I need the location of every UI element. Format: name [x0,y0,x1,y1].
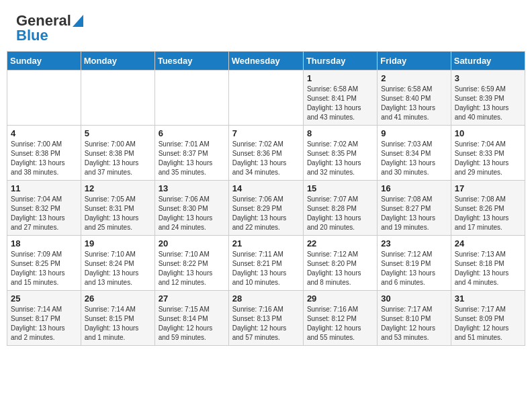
day-number: 23 [381,238,447,248]
weekday-header-friday: Friday [378,52,451,71]
calendar-cell: 14Sunrise: 7:06 AM Sunset: 8:29 PM Dayli… [228,181,303,236]
calendar-cell [7,71,81,126]
day-info: Sunrise: 7:00 AM Sunset: 8:38 PM Dayligh… [85,140,151,177]
calendar-cell: 5Sunrise: 7:00 AM Sunset: 8:38 PM Daylig… [81,126,154,181]
day-number: 9 [381,128,447,138]
calendar-cell: 24Sunrise: 7:13 AM Sunset: 8:18 PM Dayli… [451,236,525,291]
day-info: Sunrise: 7:12 AM Sunset: 8:19 PM Dayligh… [381,250,447,287]
day-info: Sunrise: 6:58 AM Sunset: 8:40 PM Dayligh… [381,85,447,122]
calendar-week-row: 11Sunrise: 7:04 AM Sunset: 8:32 PM Dayli… [7,181,525,236]
day-info: Sunrise: 7:15 AM Sunset: 8:14 PM Dayligh… [159,305,225,342]
day-number: 1 [307,73,373,83]
day-number: 28 [232,293,300,304]
day-info: Sunrise: 7:06 AM Sunset: 8:29 PM Dayligh… [232,195,300,232]
day-number: 5 [85,128,151,138]
weekday-header-row: SundayMondayTuesdayWednesdayThursdayFrid… [7,52,525,71]
day-number: 12 [85,183,151,193]
calendar-week-row: 25Sunrise: 7:14 AM Sunset: 8:17 PM Dayli… [7,291,525,346]
calendar-cell: 31Sunrise: 7:17 AM Sunset: 8:09 PM Dayli… [451,291,525,346]
calendar-cell: 26Sunrise: 7:14 AM Sunset: 8:15 PM Dayli… [81,291,154,346]
calendar-cell: 27Sunrise: 7:15 AM Sunset: 8:14 PM Dayli… [154,291,228,346]
day-number: 30 [381,293,447,304]
day-number: 22 [307,238,373,248]
calendar-week-row: 1Sunrise: 6:58 AM Sunset: 8:41 PM Daylig… [7,71,525,126]
calendar-cell: 17Sunrise: 7:08 AM Sunset: 8:26 PM Dayli… [451,181,525,236]
day-number: 6 [159,128,225,138]
day-info: Sunrise: 7:14 AM Sunset: 8:15 PM Dayligh… [85,305,151,342]
day-info: Sunrise: 7:17 AM Sunset: 8:10 PM Dayligh… [381,305,447,342]
day-info: Sunrise: 7:00 AM Sunset: 8:38 PM Dayligh… [11,140,77,177]
calendar-cell: 1Sunrise: 6:58 AM Sunset: 8:41 PM Daylig… [303,71,377,126]
weekday-header-sunday: Sunday [7,52,81,71]
day-number: 26 [85,293,151,304]
calendar-cell: 25Sunrise: 7:14 AM Sunset: 8:17 PM Dayli… [7,291,81,346]
weekday-header-thursday: Thursday [303,52,377,71]
page-header: General Blue [0,0,532,51]
logo: General Blue [16,12,83,44]
calendar-cell: 11Sunrise: 7:04 AM Sunset: 8:32 PM Dayli… [7,181,81,236]
calendar-cell: 22Sunrise: 7:12 AM Sunset: 8:20 PM Dayli… [303,236,377,291]
day-number: 15 [307,183,373,193]
day-info: Sunrise: 7:13 AM Sunset: 8:18 PM Dayligh… [455,250,521,287]
calendar-cell: 16Sunrise: 7:08 AM Sunset: 8:27 PM Dayli… [378,181,451,236]
day-number: 25 [11,293,77,304]
calendar-cell: 29Sunrise: 7:16 AM Sunset: 8:12 PM Dayli… [303,291,377,346]
day-info: Sunrise: 7:05 AM Sunset: 8:31 PM Dayligh… [85,195,151,232]
weekday-header-wednesday: Wednesday [228,52,303,71]
day-info: Sunrise: 7:06 AM Sunset: 8:30 PM Dayligh… [159,195,225,232]
weekday-header-saturday: Saturday [451,52,525,71]
day-number: 17 [455,183,521,193]
calendar-week-row: 4Sunrise: 7:00 AM Sunset: 8:38 PM Daylig… [7,126,525,181]
day-info: Sunrise: 7:04 AM Sunset: 8:33 PM Dayligh… [455,140,521,177]
day-number: 31 [455,293,521,304]
day-info: Sunrise: 7:08 AM Sunset: 8:27 PM Dayligh… [381,195,447,232]
calendar-week-row: 18Sunrise: 7:09 AM Sunset: 8:25 PM Dayli… [7,236,525,291]
logo-icon [73,15,83,27]
calendar-cell: 12Sunrise: 7:05 AM Sunset: 8:31 PM Dayli… [81,181,154,236]
day-info: Sunrise: 7:10 AM Sunset: 8:24 PM Dayligh… [85,250,151,287]
day-info: Sunrise: 7:02 AM Sunset: 8:36 PM Dayligh… [232,140,300,177]
day-info: Sunrise: 7:02 AM Sunset: 8:35 PM Dayligh… [307,140,373,177]
calendar-cell: 8Sunrise: 7:02 AM Sunset: 8:35 PM Daylig… [303,126,377,181]
day-number: 21 [232,238,300,248]
day-info: Sunrise: 7:08 AM Sunset: 8:26 PM Dayligh… [455,195,521,232]
day-info: Sunrise: 7:11 AM Sunset: 8:21 PM Dayligh… [232,250,300,287]
calendar-cell: 21Sunrise: 7:11 AM Sunset: 8:21 PM Dayli… [228,236,303,291]
calendar-cell: 10Sunrise: 7:04 AM Sunset: 8:33 PM Dayli… [451,126,525,181]
day-number: 29 [307,293,373,304]
calendar-cell: 7Sunrise: 7:02 AM Sunset: 8:36 PM Daylig… [228,126,303,181]
day-info: Sunrise: 7:17 AM Sunset: 8:09 PM Dayligh… [455,305,521,342]
day-info: Sunrise: 7:01 AM Sunset: 8:37 PM Dayligh… [159,140,225,177]
day-number: 3 [455,73,521,83]
calendar-cell [81,71,154,126]
day-number: 7 [232,128,300,138]
calendar-cell: 20Sunrise: 7:10 AM Sunset: 8:22 PM Dayli… [154,236,228,291]
day-info: Sunrise: 7:09 AM Sunset: 8:25 PM Dayligh… [11,250,77,287]
day-number: 2 [381,73,447,83]
day-info: Sunrise: 7:07 AM Sunset: 8:28 PM Dayligh… [307,195,373,232]
day-number: 10 [455,128,521,138]
day-number: 19 [85,238,151,248]
day-info: Sunrise: 7:14 AM Sunset: 8:17 PM Dayligh… [11,305,77,342]
calendar-cell: 2Sunrise: 6:58 AM Sunset: 8:40 PM Daylig… [378,71,451,126]
calendar-cell: 30Sunrise: 7:17 AM Sunset: 8:10 PM Dayli… [378,291,451,346]
day-number: 16 [381,183,447,193]
day-number: 11 [11,183,77,193]
calendar-cell: 23Sunrise: 7:12 AM Sunset: 8:19 PM Dayli… [378,236,451,291]
day-info: Sunrise: 6:59 AM Sunset: 8:39 PM Dayligh… [455,85,521,122]
day-number: 8 [307,128,373,138]
day-info: Sunrise: 7:03 AM Sunset: 8:34 PM Dayligh… [381,140,447,177]
calendar-cell: 18Sunrise: 7:09 AM Sunset: 8:25 PM Dayli… [7,236,81,291]
calendar-cell: 28Sunrise: 7:16 AM Sunset: 8:13 PM Dayli… [228,291,303,346]
day-info: Sunrise: 7:12 AM Sunset: 8:20 PM Dayligh… [307,250,373,287]
day-info: Sunrise: 7:10 AM Sunset: 8:22 PM Dayligh… [159,250,225,287]
day-info: Sunrise: 6:58 AM Sunset: 8:41 PM Dayligh… [307,85,373,122]
day-number: 27 [159,293,225,304]
day-number: 13 [159,183,225,193]
weekday-header-monday: Monday [81,52,154,71]
day-number: 20 [159,238,225,248]
calendar-cell: 9Sunrise: 7:03 AM Sunset: 8:34 PM Daylig… [378,126,451,181]
calendar-cell: 3Sunrise: 6:59 AM Sunset: 8:39 PM Daylig… [451,71,525,126]
calendar-cell [228,71,303,126]
calendar-table: SundayMondayTuesdayWednesdayThursdayFrid… [7,51,525,346]
